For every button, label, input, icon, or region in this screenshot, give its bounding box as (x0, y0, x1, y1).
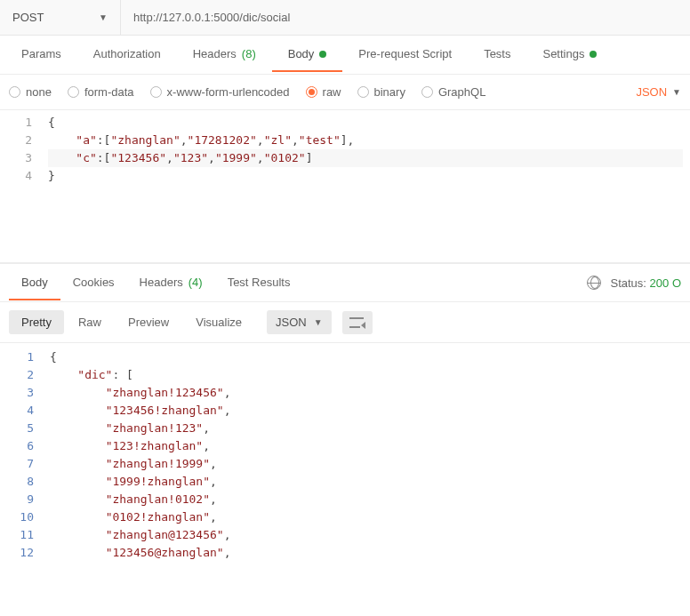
view-raw[interactable]: Raw (66, 310, 114, 334)
view-visualize[interactable]: Visualize (183, 310, 254, 334)
method-dropdown[interactable]: POST ▼ (0, 0, 121, 35)
url-input[interactable]: http://127.0.0.1:5000/dic/social (121, 0, 690, 35)
headers-count: (8) (242, 47, 256, 60)
method-label: POST (12, 11, 44, 24)
status-value: 200 O (650, 276, 681, 290)
tab-settings[interactable]: Settings (526, 38, 613, 71)
response-toolbar: Pretty Raw Preview Visualize JSON ▼ (0, 302, 690, 343)
wrap-lines-button[interactable] (342, 311, 373, 334)
radio-x-www-form-urlencoded[interactable]: x-www-form-urlencoded (150, 85, 290, 99)
resp-tab-test-results[interactable]: Test Results (215, 267, 303, 300)
resp-headers-count: (4) (189, 276, 203, 289)
body-type-row: none form-data x-www-form-urlencoded raw… (0, 75, 690, 110)
chevron-down-icon: ▼ (314, 317, 323, 327)
response-tabs-bar: Body Cookies Headers (4) Test Results St… (0, 263, 690, 302)
globe-icon[interactable] (587, 276, 601, 290)
dot-icon (319, 51, 326, 58)
tab-tests[interactable]: Tests (468, 38, 526, 71)
code-area[interactable]: { "a":["zhanglan","17281202","zl","test"… (41, 110, 690, 262)
status-label: Status: (610, 276, 646, 290)
tab-authorization[interactable]: Authorization (77, 38, 177, 71)
radio-form-data[interactable]: form-data (68, 85, 134, 99)
chevron-down-icon: ▼ (672, 87, 681, 97)
request-bar: POST ▼ http://127.0.0.1:5000/dic/social (0, 0, 690, 36)
view-pretty[interactable]: Pretty (9, 310, 64, 334)
radio-graphql[interactable]: GraphQL (421, 85, 485, 99)
url-text: http://127.0.0.1:5000/dic/social (133, 11, 290, 24)
tab-pre-request[interactable]: Pre-request Script (342, 38, 468, 71)
resp-tab-cookies[interactable]: Cookies (60, 267, 127, 300)
body-format-dropdown[interactable]: JSON ▼ (636, 85, 681, 99)
resp-tab-body[interactable]: Body (9, 267, 60, 300)
body-format-label: JSON (636, 85, 667, 99)
response-format-dropdown[interactable]: JSON ▼ (267, 310, 332, 334)
resp-tab-headers[interactable]: Headers (4) (127, 267, 215, 300)
chevron-down-icon: ▼ (99, 12, 108, 22)
view-preview[interactable]: Preview (116, 310, 181, 334)
request-body-editor[interactable]: 1 2 3 4 { "a":["zhanglan","17281202","zl… (0, 110, 690, 263)
radio-none[interactable]: none (9, 85, 52, 99)
response-format-label: JSON (276, 316, 307, 329)
request-tabs: Params Authorization Headers (8) Body Pr… (0, 36, 690, 75)
tab-body[interactable]: Body (272, 38, 343, 71)
tab-params[interactable]: Params (5, 38, 77, 71)
dot-icon (590, 51, 597, 58)
response-line-gutter: 1 2 3 4 5 6 7 8 9 10 11 12 (0, 345, 50, 565)
tab-headers[interactable]: Headers (8) (177, 38, 272, 71)
response-code-area[interactable]: { "dic": [ "zhanglan!123456", "123456!zh… (50, 345, 231, 565)
wrap-icon (349, 316, 365, 329)
response-status: Status: 200 O (587, 276, 681, 290)
response-body-editor[interactable]: 1 2 3 4 5 6 7 8 9 10 11 12 { "dic": [ "z… (0, 343, 690, 565)
line-gutter: 1 2 3 4 (0, 110, 41, 262)
radio-raw[interactable]: raw (306, 85, 341, 99)
radio-binary[interactable]: binary (357, 85, 405, 99)
